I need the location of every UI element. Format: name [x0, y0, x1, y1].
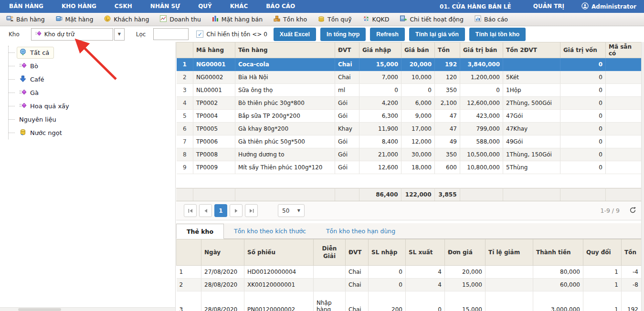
- col-ton[interactable]: Tồn: [622, 239, 642, 266]
- table-row[interactable]: 127/08/2020HD00120000004Chai0420,00080,0…: [177, 266, 642, 279]
- reload-icon[interactable]: [629, 207, 636, 215]
- tree-item-cafe[interactable]: Café: [9, 73, 175, 86]
- col-gia-nhap[interactable]: Giá nhập: [359, 42, 401, 58]
- tree-item-hoa-qua-xay[interactable]: Hoa quả xấy: [9, 99, 175, 113]
- table-cell: 2Thùng, 500Gói: [503, 97, 560, 110]
- col-ti-le-giam[interactable]: Tỉ lệ giảm: [486, 239, 533, 266]
- tab-ton-kho-han-dung[interactable]: Tồn kho theo hạn dùng: [316, 223, 405, 238]
- tool-ton-quy[interactable]: Tồn quỹ: [312, 13, 357, 26]
- table-row[interactable]: 6TP0005Gà khay 80g*200Khay11,90017,00047…: [177, 123, 642, 135]
- menu-khac[interactable]: KHÁC: [221, 0, 257, 13]
- warehouse-combobox[interactable]: Kho dự trữ: [31, 28, 113, 41]
- tool-ban-hang[interactable]: Bán hàng: [1, 13, 50, 26]
- menu-ban-hang[interactable]: BÁN HÀNG: [0, 0, 53, 13]
- tree-item-ga[interactable]: Gà: [9, 86, 175, 99]
- col-thanh-tien[interactable]: Thành tiền: [533, 239, 583, 266]
- col-gia-tri-von[interactable]: Giá trị vốn: [560, 42, 606, 58]
- export-excel-button[interactable]: Xuất Excel: [274, 28, 316, 41]
- table-cell: 200: [369, 291, 406, 311]
- recalc-cost-button[interactable]: Tính lại giá vốn: [409, 28, 465, 41]
- table-cell: [606, 161, 642, 174]
- tool-khach-hang[interactable]: Khách hàng: [98, 13, 154, 26]
- table-cell: 1: [583, 279, 622, 291]
- col-ngay[interactable]: Ngày: [201, 239, 244, 266]
- tree-item-tat-ca[interactable]: Tất cả: [9, 46, 175, 59]
- col-ma-hang[interactable]: Mã hàng: [193, 42, 235, 58]
- tree-item-bo[interactable]: Bò: [9, 59, 175, 73]
- page-number-button[interactable]: 1: [214, 204, 227, 217]
- col-sl-nhap[interactable]: SL nhập: [369, 239, 406, 266]
- table-cell: 20,000: [401, 58, 435, 71]
- col-dvt[interactable]: ĐVT: [346, 239, 369, 266]
- shortcut-toolbar: Bán hàng Mặt hàng Khách hàng Doanh thu M…: [0, 13, 644, 26]
- tool-doanh-thu[interactable]: Doanh thu: [154, 13, 206, 26]
- bar-chart-icon: [211, 15, 219, 24]
- col-quy-doi[interactable]: Quy đổi: [583, 239, 622, 266]
- col-ma-san-co[interactable]: Mã sẵn có: [606, 42, 642, 58]
- menu-cskh[interactable]: CSKH: [106, 0, 141, 13]
- next-page-button[interactable]: [230, 204, 243, 217]
- tool-ton-kho[interactable]: Tồn kho: [268, 13, 312, 26]
- tool-bao-cao[interactable]: Báo cáo: [469, 13, 513, 26]
- col-ten-hang[interactable]: Tên hàng: [235, 42, 335, 58]
- table-row[interactable]: 328/08/2020PN00120000002Nhập hàngChai200…: [177, 291, 642, 311]
- tool-label: Báo cáo: [484, 16, 508, 23]
- show-nonzero-checkbox[interactable]: ✓: [196, 31, 203, 38]
- table-cell: 0: [560, 84, 606, 97]
- tool-kqkd[interactable]: KQKD: [357, 13, 395, 26]
- table-row[interactable]: 7TP0006Gà thiên phúc 50g*500Gói8,40012,0…: [177, 135, 642, 148]
- table-cell: 15,000: [445, 291, 486, 311]
- page-size-value: 50: [282, 207, 289, 214]
- warehouse-dropdown-button[interactable]: ▼: [114, 28, 125, 41]
- col-dvt[interactable]: ĐVT: [335, 42, 359, 58]
- store-name[interactable]: 01. CỬA HÀNG BÁN LẺ: [427, 3, 524, 10]
- tool-mat-hang-ban[interactable]: Mặt hàng bán: [206, 13, 268, 26]
- user-menu[interactable]: Administrator: [574, 2, 644, 11]
- vertical-scrollbar[interactable]: [641, 42, 644, 311]
- col-gia-ban[interactable]: Giá bán: [401, 42, 435, 58]
- col-rownum[interactable]: [177, 239, 201, 266]
- table-row[interactable]: 8TP0008Hướng dương toGói21,00030,0003501…: [177, 148, 642, 161]
- menu-nhan-su[interactable]: NHÂN SỰ: [141, 0, 189, 13]
- first-page-button[interactable]: [184, 204, 197, 217]
- table-row[interactable]: 1NG00001Coca-colaChai15,00020,0001923,84…: [177, 58, 642, 71]
- recalc-stock-button[interactable]: Tính lại tồn kho: [469, 28, 526, 41]
- tool-mat-hang[interactable]: Mặt hàng: [50, 13, 99, 26]
- col-dien-giai[interactable]: Diễn Giải: [314, 239, 346, 266]
- menu-quan-tri[interactable]: QUẢN TRỊ: [524, 0, 574, 13]
- table-cell: -4: [622, 266, 642, 279]
- page-size-select[interactable]: 50 ▼: [278, 204, 305, 217]
- menu-bao-cao[interactable]: BÁO CÁO: [257, 0, 304, 13]
- table-cell: 350: [435, 148, 460, 161]
- table-row[interactable]: 2NG00002Bia Hà NộiChai7,00010,0001201,20…: [177, 71, 642, 84]
- col-so-phieu[interactable]: Số phiếu: [244, 239, 314, 266]
- menu-kho-hang[interactable]: KHO HÀNG: [53, 0, 106, 13]
- col-rownum[interactable]: [177, 42, 193, 58]
- table-row[interactable]: 5TP0004Bắp sữa TP 200g*200Gói6,3009,0004…: [177, 110, 642, 123]
- tool-chi-tiet-hoat-dong[interactable]: Chi tiết hoạt động: [394, 13, 469, 26]
- table-row[interactable]: 3NL00001Sữa ông thọml0035001Hộp0: [177, 84, 642, 97]
- table-row[interactable]: 9TP0009Mít sấy Thiên phúc 100g*120Gói12,…: [177, 161, 642, 174]
- col-ton-2dvt[interactable]: Tồn 2ĐVT: [503, 42, 560, 58]
- tree-item-nguyen-lieu[interactable]: Nguyên liệu: [9, 113, 175, 126]
- revenue-chart-icon: [159, 15, 167, 24]
- tree-item-nuoc-ngot[interactable]: Nước ngọt: [9, 126, 175, 139]
- refresh-button[interactable]: Refresh: [370, 28, 405, 41]
- last-page-button[interactable]: [245, 204, 258, 217]
- col-don-gia[interactable]: Đơn giá: [445, 239, 486, 266]
- table-row[interactable]: 4TP0002Bò thiên phúc 30g*800Gói4,2006,00…: [177, 97, 642, 110]
- col-sl-xuat[interactable]: SL xuất: [406, 239, 445, 266]
- tab-the-kho[interactable]: Thẻ kho: [176, 224, 224, 239]
- print-summary-button[interactable]: In tổng hợp: [320, 28, 366, 41]
- table-row[interactable]: 228/08/2020XK00120000001Chai0415,00060,0…: [177, 279, 642, 291]
- tab-ton-kho-kich-thuoc[interactable]: Tồn kho theo kích thước: [224, 223, 316, 238]
- barrel-icon: [19, 128, 27, 137]
- prev-page-button[interactable]: [199, 204, 212, 217]
- col-gia-tri-ban[interactable]: Giá trị bán: [460, 42, 503, 58]
- user-name: Administrator: [591, 3, 636, 10]
- col-ton[interactable]: Tồn: [435, 42, 460, 58]
- menu-quy[interactable]: QUỸ: [189, 0, 221, 13]
- sidebar-horizontal-scrollbar[interactable]: [0, 307, 175, 311]
- table-cell: 12,000: [401, 135, 435, 148]
- filter-input[interactable]: [153, 28, 189, 40]
